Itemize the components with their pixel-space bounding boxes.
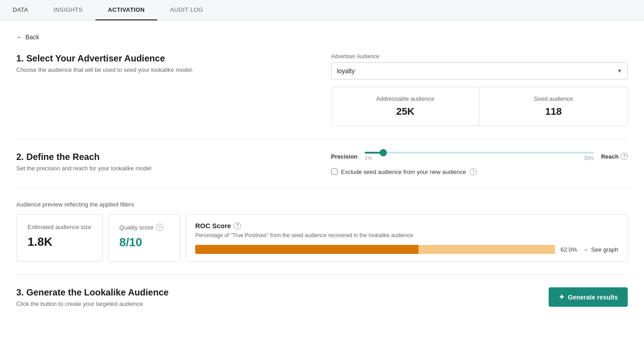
reach-label-group: Reach ? [601, 153, 628, 160]
sparkle-icon: ✦ [559, 293, 564, 301]
roc-bar-filled [195, 245, 418, 254]
tab-bar: DATA INSIGHTS ACTIVATION AUDIT LOG [0, 0, 644, 21]
slider-range-labels: 1% 30% [365, 155, 594, 161]
see-graph-label: See graph [591, 246, 618, 253]
back-button[interactable]: ← Back [16, 33, 39, 41]
addressable-audience-label: Addressable audience [341, 95, 470, 102]
roc-bar [195, 245, 555, 254]
audience-cards: Addressable audience 25K Seed audience 1… [331, 87, 628, 126]
slider-min-label: 1% [365, 155, 372, 161]
addressable-audience-card: Addressable audience 25K [332, 87, 479, 126]
generate-results-button[interactable]: ✦ Generate results [549, 287, 628, 307]
exclude-row: Exclude seed audience from your new audi… [331, 168, 628, 175]
reach-text: Reach [601, 153, 619, 160]
exclude-checkbox[interactable] [331, 169, 338, 175]
precision-label: Precision [331, 153, 358, 160]
slider-max-label: 30% [584, 155, 594, 161]
arrow-right-icon: → [583, 246, 588, 253]
tab-audit-log[interactable]: AUDIT LOG [157, 0, 216, 20]
tab-data[interactable]: DATA [0, 0, 41, 20]
slider-thumb[interactable] [380, 149, 387, 156]
roc-title-text: ROC Score [195, 222, 231, 230]
roc-card: ROC Score ? Percentage of "True Positive… [186, 214, 628, 262]
section-define-reach: 2. Define the Reach Set the precision an… [16, 152, 628, 188]
preview-cards: Estimated audience size 1.8K Quality sco… [16, 214, 628, 262]
section3-desc: Click the button to create your targeted… [16, 300, 169, 307]
roc-help-icon[interactable]: ? [234, 222, 241, 230]
section2-title: 2. Define the Reach [16, 152, 313, 162]
section2-desc: Set the precision and reach for your loo… [16, 165, 313, 172]
arrow-left-icon: ← [16, 33, 23, 41]
estimated-audience-card: Estimated audience size 1.8K [16, 214, 103, 262]
quality-score-label: Quality score ? [119, 224, 169, 231]
advertiser-audience-label: Advertiser Audience [331, 53, 628, 60]
generate-label: Generate results [568, 294, 618, 301]
section-generate: 3. Generate the Lookalike Audience Click… [16, 287, 628, 320]
section-select-audience: 1. Select Your Advertiser Audience Choos… [16, 53, 628, 139]
audience-select-wrapper: loyalty prospecting retargeting ▼ [331, 62, 628, 80]
generate-layout: 3. Generate the Lookalike Audience Click… [16, 287, 628, 307]
roc-description: Percentage of "True Positives" from the … [195, 232, 618, 239]
reach-controls: Precision 1% 30% Reach ? [331, 152, 628, 175]
exclude-label: Exclude seed audience from your new audi… [341, 169, 466, 175]
tab-insights[interactable]: INSIGHTS [41, 0, 95, 20]
generate-text: 3. Generate the Lookalike Audience Click… [16, 287, 169, 307]
roc-title-row: ROC Score ? [195, 222, 618, 230]
quality-score-value: 8/10 [119, 235, 169, 249]
tab-activation[interactable]: ACTIVATION [95, 0, 157, 20]
see-graph-button[interactable]: → See graph [583, 246, 618, 253]
seed-audience-value: 118 [489, 106, 618, 117]
roc-bar-row: 62.0% → See graph [195, 245, 618, 254]
section3-title: 3. Generate the Lookalike Audience [16, 287, 169, 298]
exclude-help-icon[interactable]: ? [470, 168, 477, 175]
reach-help-icon[interactable]: ? [620, 153, 628, 160]
addressable-audience-value: 25K [341, 106, 470, 117]
quality-help-icon[interactable]: ? [156, 224, 163, 231]
seed-audience-label: Seed audience [489, 95, 618, 102]
slider-track [365, 152, 594, 154]
preview-header: Audience preview reflecting the applied … [16, 201, 628, 208]
quality-score-card: Quality score ? 8/10 [108, 214, 180, 262]
roc-percentage: 62.0% [560, 246, 577, 253]
back-label: Back [25, 33, 39, 41]
section-preview: Audience preview reflecting the applied … [16, 201, 628, 275]
section1-desc: Choose the audience that will be used to… [16, 66, 313, 73]
audience-select[interactable]: loyalty prospecting retargeting [331, 62, 628, 80]
seed-audience-card: Seed audience 118 [479, 87, 627, 126]
section1-title: 1. Select Your Advertiser Audience [16, 53, 313, 64]
estimated-audience-value: 1.8K [28, 235, 91, 249]
precision-slider-container: 1% 30% [365, 152, 594, 161]
estimated-audience-label: Estimated audience size [28, 224, 91, 230]
roc-bar-rest [418, 245, 555, 254]
